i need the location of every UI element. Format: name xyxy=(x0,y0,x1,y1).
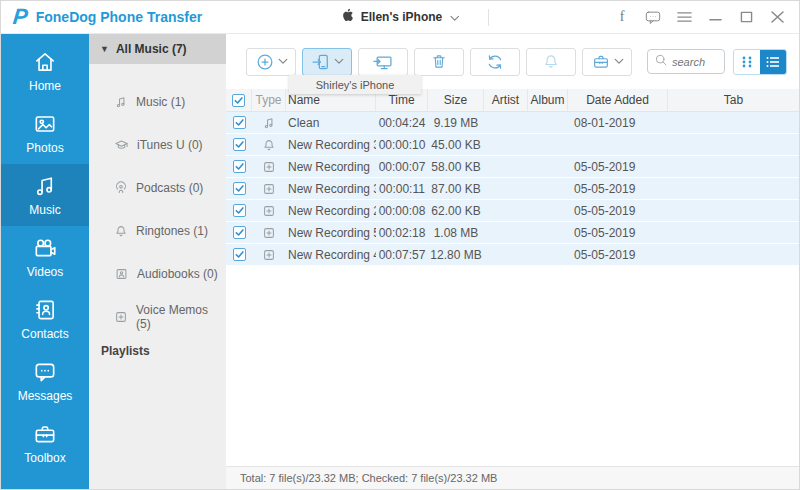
triangle-down-icon: ▼ xyxy=(100,44,109,54)
row-check-cell xyxy=(226,160,252,173)
library-item-itunes-u[interactable]: iTunes U (0) xyxy=(89,123,226,166)
library-item-label: Voice Memos (5) xyxy=(136,303,226,331)
cell-size: 87.00 KB xyxy=(428,182,484,196)
table-row[interactable]: New Recording00:00:0758.00 KB05-05-2019 xyxy=(226,156,799,177)
app-title: FoneDog Phone Transfer xyxy=(36,9,202,25)
library-item-music[interactable]: Music (1) xyxy=(89,80,226,123)
column-header-artist[interactable]: Artist xyxy=(484,89,528,111)
list-view-button[interactable] xyxy=(760,50,786,74)
row-checkbox[interactable] xyxy=(233,226,246,239)
export-to-device-button[interactable] xyxy=(302,48,352,76)
delete-button[interactable] xyxy=(414,48,464,76)
column-header-date-added[interactable]: Date Added xyxy=(568,89,668,111)
library-item-voice-memos[interactable]: Voice Memos (5) xyxy=(89,295,226,338)
maximize-icon[interactable] xyxy=(738,9,754,25)
row-checkbox[interactable] xyxy=(233,160,246,173)
column-header-album[interactable]: Album xyxy=(528,89,568,111)
cell-date-added: 05-05-2019 xyxy=(568,204,668,218)
minimize-icon[interactable] xyxy=(707,9,723,25)
sidebar-item-label: Contacts xyxy=(21,327,68,341)
row-check-cell xyxy=(226,138,252,151)
cell-date-added: 05-05-2019 xyxy=(568,182,668,196)
voice-memo-icon xyxy=(252,160,286,174)
refresh-icon xyxy=(485,52,505,72)
sidebar-item-home[interactable]: Home xyxy=(1,40,89,102)
search-input[interactable] xyxy=(672,56,716,68)
library-footer-playlists[interactable]: Playlists xyxy=(89,344,226,358)
cell-size: 1.08 MB xyxy=(428,226,484,240)
row-checkbox[interactable] xyxy=(233,182,246,195)
voice-memo-icon xyxy=(252,248,286,262)
close-icon[interactable] xyxy=(769,9,785,25)
more-tools-button[interactable] xyxy=(582,48,632,76)
photos-icon xyxy=(32,111,58,137)
facebook-icon[interactable]: f xyxy=(614,9,630,25)
grid-view-button[interactable] xyxy=(734,50,760,74)
library-item-audiobooks[interactable]: Audiobooks (0) xyxy=(89,252,226,295)
select-all-checkbox[interactable] xyxy=(232,94,245,107)
cell-name: New Recording 3 xyxy=(286,138,376,152)
ringtone-maker-button[interactable] xyxy=(526,48,576,76)
music-icon xyxy=(32,173,58,199)
column-header-tab[interactable]: Tab xyxy=(668,89,799,111)
table-row[interactable]: New Recording 200:00:0862.00 KB05-05-201… xyxy=(226,200,799,221)
sidebar-item-photos[interactable]: Photos xyxy=(1,102,89,164)
sidebar-item-label: Photos xyxy=(26,141,63,155)
row-check-cell xyxy=(226,248,252,261)
library-item-podcasts[interactable]: Podcasts (0) xyxy=(89,166,226,209)
cell-name: New Recording xyxy=(286,160,376,174)
ringtone-icon xyxy=(252,138,286,152)
cell-time: 00:02:18 xyxy=(376,226,428,240)
library-items: Music (1)iTunes U (0)Podcasts (0)Rington… xyxy=(89,64,226,338)
menu-icon[interactable] xyxy=(676,9,692,25)
table-row[interactable]: New Recording 400:07:5712.80 MB05-05-201… xyxy=(226,244,799,265)
row-checkbox[interactable] xyxy=(233,116,246,129)
sidebar-item-messages[interactable]: Messages xyxy=(1,350,89,412)
column-header-type[interactable]: Type xyxy=(252,89,286,111)
cell-size: 45.00 KB xyxy=(428,138,484,152)
export-pc-icon xyxy=(372,52,394,72)
sidebar-item-music[interactable]: Music xyxy=(1,164,89,226)
add-button[interactable] xyxy=(246,48,296,76)
search-box[interactable] xyxy=(647,49,725,74)
cell-time: 00:00:08 xyxy=(376,204,428,218)
column-header-size[interactable]: Size xyxy=(428,89,484,111)
cell-name: New Recording 3 xyxy=(286,182,376,196)
table-row[interactable]: New Recording 300:00:1187.00 KB05-05-201… xyxy=(226,178,799,199)
cell-size: 12.80 MB xyxy=(428,248,484,262)
export-to-pc-button[interactable] xyxy=(358,48,408,76)
cell-date-added: 05-05-2019 xyxy=(568,248,668,262)
row-check-cell xyxy=(226,226,252,239)
refresh-button[interactable] xyxy=(470,48,520,76)
sidebar-item-toolbox[interactable]: Toolbox xyxy=(1,412,89,474)
cell-size: 9.19 MB xyxy=(428,116,484,130)
messages-icon xyxy=(32,359,58,385)
row-checkbox[interactable] xyxy=(233,248,246,261)
voice-memo-icon xyxy=(252,204,286,218)
trash-icon xyxy=(430,52,448,71)
row-checkbox[interactable] xyxy=(233,204,246,217)
feedback-icon[interactable] xyxy=(645,9,661,25)
device-selector[interactable]: Ellen's iPhone xyxy=(341,7,460,27)
table-row[interactable]: New Recording 300:00:1045.00 KB xyxy=(226,134,799,155)
library-item-ringtones[interactable]: Ringtones (1) xyxy=(89,209,226,252)
row-checkbox[interactable] xyxy=(233,138,246,151)
ringtone-icon xyxy=(114,224,128,238)
cell-date-added: 05-05-2019 xyxy=(568,160,668,174)
briefcase-icon xyxy=(591,52,611,71)
select-all-cell xyxy=(226,89,252,111)
cell-date-added: 08-01-2019 xyxy=(568,116,668,130)
sidebar-item-contacts[interactable]: Contacts xyxy=(1,288,89,350)
sidebar-item-videos[interactable]: Videos xyxy=(1,226,89,288)
library-item-label: Podcasts (0) xyxy=(136,181,203,195)
table-row[interactable]: Clean00:04:249.19 MB08-01-2019 xyxy=(226,112,799,133)
export-device-icon xyxy=(311,52,331,72)
row-check-cell xyxy=(226,204,252,217)
podcasts-icon xyxy=(114,181,128,195)
row-check-cell xyxy=(226,182,252,195)
library-header-label: All Music (7) xyxy=(116,42,187,56)
table-row[interactable]: New Recording 500:02:181.08 MB05-05-2019 xyxy=(226,222,799,243)
library-header-all-music[interactable]: ▼ All Music (7) xyxy=(89,34,226,64)
chevron-down-icon xyxy=(614,58,624,65)
titlebar-divider xyxy=(488,9,489,26)
